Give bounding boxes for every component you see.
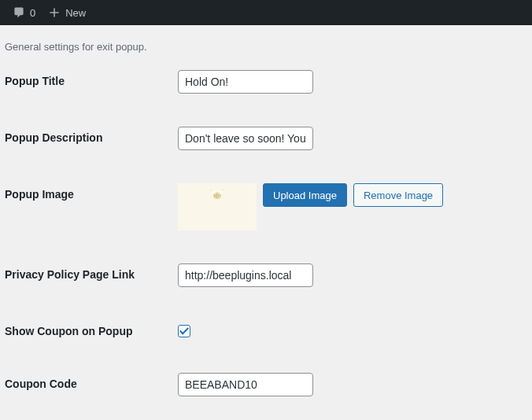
remove-image-button[interactable]: Remove Image xyxy=(353,183,443,207)
comment-count: 0 xyxy=(30,7,35,19)
new-label: New xyxy=(65,7,86,19)
page-content: General settings for exit popup. Popup T… xyxy=(0,25,532,420)
input-coupon-code[interactable] xyxy=(178,373,313,396)
input-popup-title[interactable] xyxy=(178,70,313,94)
input-popup-description[interactable] xyxy=(178,127,313,150)
row-privacy-link: Privacy Policy Page Link xyxy=(5,263,527,287)
admin-bar-comments[interactable]: 0 xyxy=(6,0,42,25)
row-popup-title: Popup Title xyxy=(5,70,527,94)
upload-image-button[interactable]: Upload Image xyxy=(263,183,347,207)
image-preview xyxy=(178,183,257,230)
settings-form: Popup Title Popup Description Popup Imag… xyxy=(5,70,527,420)
row-popup-image: Popup Image Upload Im xyxy=(5,183,527,230)
checkbox-show-coupon[interactable] xyxy=(178,325,190,337)
row-show-coupon: Show Coupon on Popup xyxy=(5,320,527,340)
label-coupon-code: Coupon Code xyxy=(5,373,178,390)
svg-point-5 xyxy=(222,190,224,191)
row-coupon-code: Coupon Code xyxy=(5,373,527,396)
bee-icon xyxy=(209,188,225,201)
input-privacy-link[interactable] xyxy=(178,263,313,287)
row-popup-description: Popup Description xyxy=(5,127,527,150)
svg-point-3 xyxy=(218,190,223,194)
page-subtitle: General settings for exit popup. xyxy=(5,41,527,53)
label-show-coupon: Show Coupon on Popup xyxy=(5,320,178,337)
admin-bar: 0 New xyxy=(0,0,532,25)
svg-point-2 xyxy=(212,190,216,194)
label-popup-image: Popup Image xyxy=(5,183,178,201)
svg-point-4 xyxy=(211,190,212,191)
label-privacy-link: Privacy Policy Page Link xyxy=(5,263,178,281)
comment-icon xyxy=(13,6,25,19)
label-popup-description: Popup Description xyxy=(5,127,178,144)
label-popup-title: Popup Title xyxy=(5,70,178,87)
admin-bar-new[interactable]: New xyxy=(42,0,92,25)
plus-icon xyxy=(48,6,61,19)
